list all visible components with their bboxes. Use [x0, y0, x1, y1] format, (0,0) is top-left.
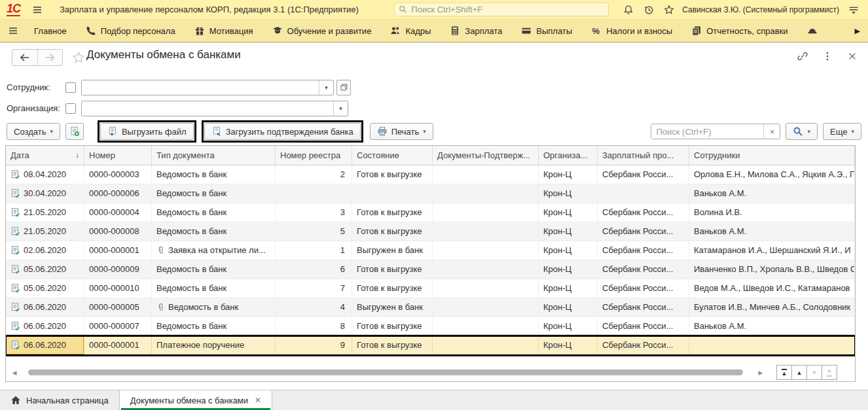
search-settings-button[interactable]: ▾	[786, 123, 818, 140]
employee-combo[interactable]: ▾	[81, 80, 334, 95]
tab-bank-documents[interactable]: Документы обмена с банками ✕	[119, 390, 272, 410]
back-button[interactable]	[12, 50, 37, 65]
page-title: Документы обмена с банками	[86, 48, 241, 61]
organization-input[interactable]	[82, 101, 333, 116]
table-row[interactable]: 06.06.20200000-000005Ведомость в банк4Вы…	[6, 298, 855, 317]
sections-burger-icon[interactable]	[8, 26, 18, 36]
column-header-8[interactable]: Сотрудники	[689, 146, 855, 165]
table-row[interactable]: 06.06.20200000-000001Платежное поручение…	[6, 336, 855, 355]
notifications-bell-icon[interactable]	[623, 5, 634, 15]
table-row[interactable]: 06.06.20200000-000007Ведомость в банк8Го…	[6, 317, 855, 336]
favorites-star-icon[interactable]	[664, 5, 674, 15]
get-link-icon[interactable]	[797, 51, 808, 61]
page-favorite-star-icon[interactable]	[72, 51, 85, 64]
create-copy-button[interactable]	[65, 123, 84, 140]
menu-item-5[interactable]: Зарплата	[450, 26, 502, 36]
column-header-0[interactable]: Дата↓	[6, 146, 84, 165]
history-icon[interactable]	[643, 5, 654, 15]
scroll-right-icon[interactable]: ▶	[752, 369, 769, 376]
cell-confirm-docs	[433, 165, 539, 184]
print-button[interactable]: Печать▾	[370, 123, 433, 140]
cell-organization: Крон-Ц	[539, 336, 598, 354]
clear-search-icon[interactable]: ×	[763, 124, 780, 139]
table-row[interactable]: 05.06.20200000-000010Ведомость в банк7Го…	[6, 279, 855, 298]
column-header-1[interactable]: Номер	[84, 146, 152, 165]
menu-item-2[interactable]: Мотивация	[194, 26, 253, 36]
column-header-5[interactable]: Документы-Подтверж...	[433, 146, 539, 165]
open-window-icon	[340, 83, 348, 92]
cell-confirm-docs	[433, 184, 539, 203]
global-search-input[interactable]	[410, 4, 604, 15]
cell-salary-project: Сбербанк Росси...	[598, 336, 689, 354]
column-header-7[interactable]: Зарплатный про...	[598, 146, 689, 165]
cell-organization: Крон-Ц	[539, 222, 598, 241]
table-row[interactable]: 30.04.20200000-000006Ведомость в банкКро…	[6, 184, 855, 203]
scrollbar-thumb[interactable]	[28, 369, 743, 375]
cell-salary-project: Сбербанк Росси...	[598, 260, 689, 279]
more-button[interactable]: Еще▾	[823, 123, 861, 140]
cell-registry-number: 3	[276, 203, 352, 222]
menu-item-6[interactable]: Выплаты	[521, 26, 572, 36]
menu-item-4[interactable]: Кадры	[390, 26, 431, 36]
menu-item-1[interactable]: Подбор персонала	[86, 26, 175, 36]
column-header-3[interactable]: Номер реестра	[276, 146, 352, 165]
paperclip-icon	[156, 300, 166, 309]
table-row[interactable]: 08.04.20200000-000003Ведомость в банк2Го…	[6, 165, 855, 184]
scroll-bottom-button[interactable]: ▼	[822, 365, 837, 380]
menubar-overflow-arrow[interactable]: ▶	[855, 27, 860, 35]
close-page-icon[interactable]	[847, 51, 858, 61]
employee-checkbox[interactable]	[65, 82, 76, 93]
column-header-2[interactable]: Тип документа	[152, 146, 276, 165]
column-header-4[interactable]: Состояние	[352, 146, 433, 165]
cell-number: 0000-000005	[84, 298, 152, 316]
scroll-left-icon[interactable]: ◀	[6, 369, 23, 376]
tab-close-icon[interactable]: ✕	[255, 396, 261, 405]
employee-dropdown-caret-icon[interactable]: ▾	[319, 80, 333, 95]
table-row[interactable]: 02.06.20200000-000001Заявка на открытие …	[6, 241, 855, 260]
table-row[interactable]: 05.06.20200000-000009Ведомость в банк6Го…	[6, 260, 855, 279]
list-search-input[interactable]	[651, 124, 763, 139]
menu-item-helmet-icon[interactable]	[807, 26, 818, 36]
organization-checkbox[interactable]	[65, 103, 76, 114]
cell-number: 0000-000004	[84, 203, 152, 222]
list-search[interactable]: ×	[651, 124, 780, 139]
main-burger-icon[interactable]	[32, 5, 43, 15]
cell-confirm-docs	[433, 298, 539, 316]
calculator-icon	[450, 26, 460, 36]
cell-organization: Крон-Ц	[539, 184, 598, 203]
main-menu-icon[interactable]	[848, 5, 859, 15]
scroll-down-button[interactable]: ▼	[806, 365, 822, 380]
menu-item-0[interactable]: Главное	[34, 26, 67, 36]
cell-organization: Крон-Ц	[539, 165, 598, 184]
menubar-items: ГлавноеПодбор персоналаМотивацияОбучение…	[34, 26, 818, 36]
menu-item-label: Главное	[34, 26, 67, 36]
cell-number: 0000-000001	[84, 241, 152, 260]
menu-item-3[interactable]: Обучение и развитие	[272, 26, 372, 36]
table-row[interactable]: 21.05.20200000-000008Ведомость в банк5Го…	[6, 222, 855, 241]
more-menu-icon[interactable]	[822, 51, 833, 61]
organization-combo[interactable]: ▾	[81, 101, 348, 116]
cell-employees: Ваньков А.М.	[689, 184, 855, 203]
current-user[interactable]: Савинская З.Ю. (Системный программист)	[682, 5, 839, 14]
organization-dropdown-caret-icon[interactable]: ▾	[333, 101, 348, 116]
cell-doc-type: Ведомость в банк	[152, 203, 276, 222]
scroll-up-button[interactable]: ▲	[791, 365, 807, 380]
export-file-button[interactable]: Выгрузить файл	[100, 123, 194, 140]
menu-item-7[interactable]: %Налоги и взносы	[591, 26, 672, 36]
documents-table: Дата↓НомерТип документаНомер реестраСост…	[5, 145, 856, 382]
employee-open-button[interactable]	[336, 80, 351, 95]
menu-item-8[interactable]: Отчетность, справки	[691, 26, 787, 36]
column-header-label: Организа...	[543, 146, 588, 165]
create-button[interactable]: Создать▾	[7, 123, 60, 140]
cell-salary-project: Сбербанк Росси...	[598, 222, 689, 241]
column-header-6[interactable]: Организа...	[539, 146, 598, 165]
tab-home[interactable]: Начальная страница	[0, 390, 119, 410]
import-confirmations-button[interactable]: Загрузить подтверждения банка	[204, 123, 361, 140]
table-row[interactable]: 21.05.20200000-000004Ведомость в банк3Го…	[6, 203, 855, 222]
employee-input[interactable]	[82, 80, 319, 95]
global-search[interactable]	[394, 3, 609, 16]
forward-button[interactable]	[37, 50, 63, 65]
helmet-icon	[807, 26, 818, 36]
export-button-highlight: Выгрузить файл	[98, 120, 196, 143]
scroll-top-button[interactable]: ▲	[776, 365, 792, 380]
